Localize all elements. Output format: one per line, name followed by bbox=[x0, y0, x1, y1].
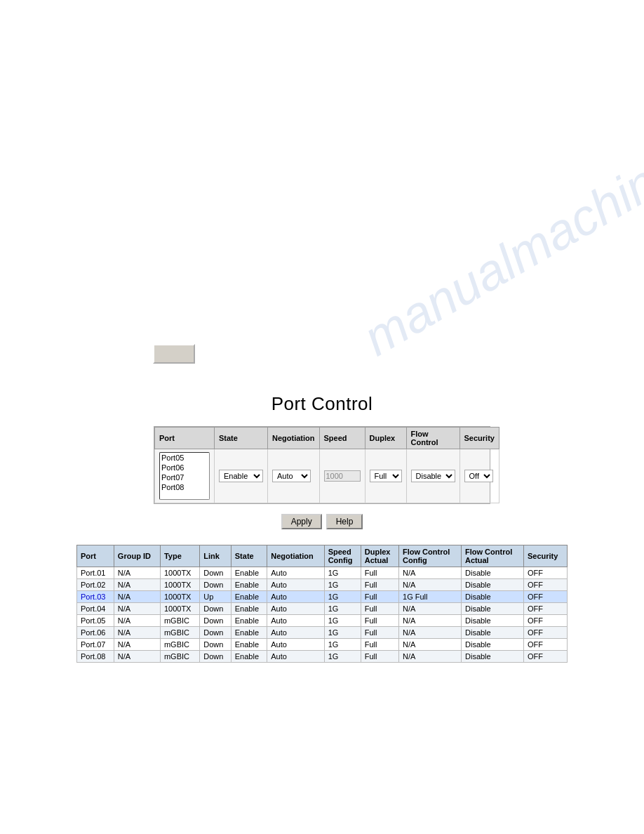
flow-control-cell: Disable Enable bbox=[406, 449, 459, 503]
port-option-07[interactable]: Port07 bbox=[160, 472, 209, 482]
table-cell: Disable bbox=[462, 615, 524, 627]
table-cell: Enable bbox=[231, 567, 267, 579]
speed-cell bbox=[319, 449, 365, 503]
table-cell: Port.05 bbox=[77, 615, 114, 627]
security-cell: Off On bbox=[459, 449, 499, 503]
port-option-06[interactable]: Port06 bbox=[160, 463, 209, 472]
table-cell: 1000TX bbox=[160, 591, 199, 603]
port-listbox[interactable]: Port05 Port06 Port07 Port08 bbox=[159, 452, 210, 500]
table-cell: Auto bbox=[267, 651, 324, 663]
st-col-flow-config: Flow ControlConfig bbox=[399, 545, 462, 567]
table-cell: Disable bbox=[462, 579, 524, 591]
table-cell: Down bbox=[200, 651, 232, 663]
table-cell: OFF bbox=[523, 579, 567, 591]
table-cell: Port.01 bbox=[77, 567, 114, 579]
port-option-05[interactable]: Port05 bbox=[160, 453, 209, 463]
help-button[interactable]: Help bbox=[326, 514, 363, 529]
table-cell: 1G bbox=[324, 651, 361, 663]
table-cell: Auto bbox=[267, 603, 324, 615]
negotiation-select[interactable]: Auto Force bbox=[272, 470, 311, 482]
table-cell: 1G Full bbox=[399, 591, 462, 603]
st-col-duplex-actual: DuplexActual bbox=[361, 545, 398, 567]
table-row: Port.05N/AmGBICDownEnableAuto1GFullN/ADi… bbox=[77, 615, 568, 627]
table-cell: Port.06 bbox=[77, 627, 114, 639]
duplex-select[interactable]: Full Half bbox=[370, 470, 402, 482]
table-cell: N/A bbox=[114, 591, 160, 603]
table-cell: N/A bbox=[399, 639, 462, 651]
table-cell: Full bbox=[361, 615, 398, 627]
table-cell: 1G bbox=[324, 591, 361, 603]
negotiation-cell: Auto Force bbox=[268, 449, 320, 503]
duplex-cell: Full Half bbox=[365, 449, 406, 503]
table-row: Port.08N/AmGBICDownEnableAuto1GFullN/ADi… bbox=[77, 651, 568, 663]
table-cell: Auto bbox=[267, 627, 324, 639]
table-cell: mGBIC bbox=[160, 627, 199, 639]
port-option-08[interactable]: Port08 bbox=[160, 482, 209, 492]
status-table-wrapper: Port Group ID Type Link State Negotiatio… bbox=[76, 545, 568, 663]
table-cell: Down bbox=[200, 627, 232, 639]
st-col-group-id: Group ID bbox=[114, 545, 160, 567]
table-cell: N/A bbox=[114, 651, 160, 663]
table-cell: Full bbox=[361, 603, 398, 615]
table-cell: Port.08 bbox=[77, 651, 114, 663]
speed-input[interactable] bbox=[324, 470, 361, 482]
table-cell: Port.02 bbox=[77, 579, 114, 591]
table-cell: Full bbox=[361, 627, 398, 639]
table-cell: 1G bbox=[324, 567, 361, 579]
button-row: Apply Help bbox=[281, 514, 363, 529]
table-cell: 1000TX bbox=[160, 603, 199, 615]
table-cell: Full bbox=[361, 651, 398, 663]
st-col-flow-actual: Flow ControlActual bbox=[462, 545, 524, 567]
table-cell: Auto bbox=[267, 579, 324, 591]
table-cell: N/A bbox=[114, 615, 160, 627]
table-cell: Enable bbox=[231, 639, 267, 651]
state-select[interactable]: Enable Disable bbox=[219, 470, 263, 482]
table-cell: OFF bbox=[523, 603, 567, 615]
table-cell: Enable bbox=[231, 579, 267, 591]
st-col-link: Link bbox=[200, 545, 232, 567]
col-header-security: Security bbox=[459, 428, 499, 449]
table-cell: OFF bbox=[523, 651, 567, 663]
table-cell: Auto bbox=[267, 567, 324, 579]
table-row: Port.02N/A1000TXDownEnableAuto1GFullN/AD… bbox=[77, 579, 568, 591]
col-header-state: State bbox=[215, 428, 268, 449]
table-cell: Disable bbox=[462, 567, 524, 579]
port-listbox-cell: Port05 Port06 Port07 Port08 bbox=[155, 449, 215, 503]
st-col-speed-config: SpeedConfig bbox=[324, 545, 361, 567]
table-cell: Down bbox=[200, 615, 232, 627]
flow-control-select[interactable]: Disable Enable bbox=[411, 470, 455, 482]
table-cell: Port.04 bbox=[77, 603, 114, 615]
apply-button[interactable]: Apply bbox=[281, 514, 322, 529]
table-cell: Enable bbox=[231, 627, 267, 639]
table-cell: Disable bbox=[462, 591, 524, 603]
table-cell: 1G bbox=[324, 639, 361, 651]
table-cell: Enable bbox=[231, 651, 267, 663]
table-cell: OFF bbox=[523, 627, 567, 639]
status-table: Port Group ID Type Link State Negotiatio… bbox=[76, 545, 568, 663]
st-col-type: Type bbox=[160, 545, 199, 567]
st-col-state: State bbox=[231, 545, 267, 567]
table-cell: mGBIC bbox=[160, 651, 199, 663]
table-cell: Auto bbox=[267, 615, 324, 627]
table-cell: N/A bbox=[114, 639, 160, 651]
control-panel: Port State Negotiation Speed Duplex Flow… bbox=[154, 426, 490, 504]
table-row: Port.06N/AmGBICDownEnableAuto1GFullN/ADi… bbox=[77, 627, 568, 639]
table-cell: 1000TX bbox=[160, 567, 199, 579]
table-cell: Full bbox=[361, 567, 398, 579]
table-cell: Full bbox=[361, 579, 398, 591]
table-row: Port.01N/A1000TXDownEnableAuto1GFullN/AD… bbox=[77, 567, 568, 579]
table-row: Port.03N/A1000TXUpEnableAuto1GFull1G Ful… bbox=[77, 591, 568, 603]
table-cell: N/A bbox=[114, 603, 160, 615]
table-cell: N/A bbox=[399, 567, 462, 579]
table-cell: Down bbox=[200, 579, 232, 591]
table-cell: N/A bbox=[114, 579, 160, 591]
table-cell: 1000TX bbox=[160, 579, 199, 591]
table-cell: N/A bbox=[399, 579, 462, 591]
table-cell: Down bbox=[200, 639, 232, 651]
table-cell: N/A bbox=[399, 603, 462, 615]
table-cell: 1G bbox=[324, 603, 361, 615]
port-link[interactable]: Port.03 bbox=[81, 593, 105, 601]
security-select[interactable]: Off On bbox=[464, 470, 493, 482]
st-col-security: Security bbox=[523, 545, 567, 567]
col-header-duplex: Duplex bbox=[365, 428, 406, 449]
